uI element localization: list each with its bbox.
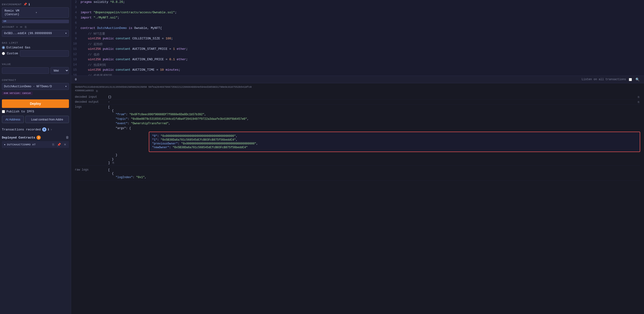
code-line-5: 5 import "./MyNFT.sol"; [71, 16, 644, 21]
decoded-output-copy-icon[interactable]: ⎘ [637, 100, 640, 104]
delete-all-contracts-icon[interactable]: 🗑 [66, 136, 69, 139]
logs-args-section: "args": { "0": "0x0000000000000000000000… [112, 126, 640, 157]
decoded-output-row: decoded output - ⎘ [75, 100, 640, 105]
environment-label: ENVIRONMENT [2, 3, 22, 6]
gas-limit-label: GAS LIMIT [2, 42, 69, 44]
value-label: VALUE [2, 63, 69, 66]
logs-brace-close: } [112, 157, 640, 161]
raw-logs-content: [ { "logIndex": "0x1", [108, 168, 640, 180]
evm-badge: evm version: cancun [2, 92, 33, 95]
log-hash-line1: 5b5b5f61316b8482850161313135565b91505092… [75, 86, 640, 89]
contract-select[interactable]: DutchAuctionDemo - NFTDemo/D ▾ [2, 83, 69, 90]
logs-copy-icon[interactable]: ⎘ [112, 161, 115, 164]
arg-0-line: "0": "0x00000000000000000000000000000000… [152, 134, 637, 138]
custom-gas-label[interactable]: Custom [7, 52, 18, 55]
logs-label: logs [75, 105, 106, 109]
arg-prev-key: "previousOwner" [152, 142, 178, 145]
value-row: 0 Wei Gwei Finney Ether [2, 67, 69, 74]
arg-new-key: "newOwner" [152, 146, 169, 149]
custom-gas-radio[interactable] [2, 52, 5, 55]
logs-open-bracket: [ [108, 105, 640, 109]
arg-prev-line: "previousOwner": "0x00000000000000000000… [152, 142, 637, 145]
code-line-16: 16 // 价格衰减时间 [71, 73, 644, 76]
account-add-icon[interactable]: + [16, 25, 18, 29]
event-val: "OwnershipTransferred" [131, 122, 168, 125]
decoded-output-value: - [108, 100, 634, 104]
environment-section-header: ENVIRONMENT 📌 ℹ [2, 2, 69, 7]
raw-logs-inner: { "logIndex": "0x1", [108, 172, 640, 180]
publish-ipfs-row: Publish to IPFS [2, 110, 69, 113]
search-icon[interactable]: 🔍 [635, 77, 640, 82]
logs-event-row: "event": "OwnershipTransferred", [112, 121, 640, 126]
estimated-gas-label[interactable]: Estimated Gas [6, 46, 30, 49]
log-index-key: "logIndex" [116, 176, 133, 179]
tx-chevron-icon[interactable]: › [50, 128, 52, 131]
logs-brace-open: { [112, 109, 640, 112]
environment-value: Remix VM (Cancun) [4, 9, 36, 16]
publish-ipfs-label[interactable]: Publish to IPFS [6, 110, 34, 113]
instance-close-icon[interactable]: ✕ [63, 143, 67, 147]
value-unit-select[interactable]: Wei Gwei Finney Ether [50, 67, 69, 74]
environment-select[interactable]: Remix VM (Cancun) ▾ [2, 7, 69, 18]
code-editor: 2 pragma solidity ^0.8.26; 3 4 import "@… [71, 0, 644, 76]
logs-close-bracket: ] [108, 161, 110, 165]
arg-1-val: "0x5B38Da6a701c568545dCfcB03FcB875f56bed… [161, 138, 236, 142]
log-hash-line2: 4300081a0033 [75, 89, 94, 92]
load-contract-button[interactable]: Load contract from Addre [25, 116, 69, 123]
at-address-button[interactable]: At Address [2, 116, 24, 123]
custom-gas-input[interactable]: 3000000 [20, 50, 69, 57]
raw-logs-bracket: [ [108, 168, 640, 172]
code-line-9: 9 uint256 public constant COLLECTION_SIZ… [71, 37, 644, 42]
instance-copy-icon[interactable]: ⎘ [52, 143, 55, 147]
environment-pin-icon[interactable]: 📌 [23, 2, 28, 7]
contract-value: DutchAuctionDemo - NFTDemo/D [4, 85, 52, 88]
publish-ipfs-checkbox[interactable] [2, 110, 5, 113]
arg-1-key: "1" [152, 138, 157, 142]
arg-prev-val: "0x0000000000000000000000000000000000000… [181, 142, 256, 145]
arg-1-line: "1": "0x5B38Da6a701c568545dCfcB03FcB875f… [152, 138, 637, 142]
topic-key: "topic" [116, 117, 128, 121]
logs-topic-row: "topic": "0x8be0079c531659141344cd1fd0a4… [112, 117, 640, 121]
arg-0-val: "0x0000000000000000000000000000000000000… [161, 134, 236, 138]
account-select[interactable]: 0x5B3...eddC4 (99.9999999999 ▾ [2, 30, 69, 37]
tx-count-badge: 3 [42, 127, 46, 132]
code-line-4: 4 import "@openzeppelin/contracts/access… [71, 11, 644, 16]
deploy-button[interactable]: Deploy [2, 99, 69, 108]
from-val: "0x0Ffc8eec096f90088Df7f0888e6Da0Dc1b57b… [129, 113, 204, 116]
contract-label: CONTRACT [2, 79, 69, 82]
contract-instance-row: ▾ DUTCHAUCTIONMO AT ⎘ 📌 ✕ [2, 141, 69, 148]
hash-copy-icon[interactable]: ⎘ [96, 89, 98, 93]
code-line-13: 13 uint256 public constant AUCTION_END_P… [71, 57, 644, 63]
deployed-count-badge: 1 [36, 135, 41, 140]
deployed-contracts-header: Deployed Contracts 1 🗑 [2, 135, 69, 140]
log-count: 0 [75, 78, 77, 81]
topic-val: "0x8be0079c531659141344cd1fd0a4f28419497… [131, 117, 247, 121]
contract-chevron-icon: ▾ [65, 85, 67, 88]
args-label: "args" [116, 127, 126, 130]
code-line-8: 8 // NFT总量 [71, 31, 644, 37]
account-edit-icon[interactable]: ✏ [20, 25, 23, 29]
code-line-10: 10 // 起拍价 [71, 42, 644, 47]
vm-badge: VM [2, 20, 69, 23]
listen-transactions-checkbox[interactable] [629, 78, 632, 81]
expand-icon[interactable]: ▾ [4, 143, 6, 147]
value-input[interactable]: 0 [2, 67, 49, 74]
tx-info-icon[interactable]: ℹ [48, 128, 49, 131]
value-section: VALUE 0 Wei Gwei Finney Ether [2, 61, 69, 74]
logs-row: logs [ { "from": "0x0Ffc8eec096f90088Df7… [75, 105, 640, 166]
account-copy-icon[interactable]: ⎘ [24, 25, 27, 29]
listen-all-transactions-label: Listen on all transactions [582, 78, 626, 81]
environment-info-icon[interactable]: ℹ [29, 3, 30, 7]
deployed-contracts-section: Deployed Contracts 1 🗑 ▾ DUTCHAUCTIONMO … [2, 135, 69, 148]
raw-logs-row: raw logs [ { "logIndex": "0x1", [75, 167, 640, 181]
deployed-contracts-label: Deployed Contracts [2, 136, 35, 139]
arg-new-line: "newOwner": "0x5B38Da6a701c568545dCfcB03… [152, 146, 637, 149]
logs-from-row: "from": "0x0Ffc8eec096f90088Df7f0888e6Da… [112, 112, 640, 117]
estimated-gas-radio[interactable] [2, 46, 5, 49]
gas-limit-section: GAS LIMIT Estimated Gas Custom 3000000 [2, 39, 69, 59]
chevron-down-icon: ▾ [36, 11, 66, 15]
decoded-input-copy-icon[interactable]: ⎘ [637, 95, 640, 99]
code-line-15: 15 uint256 public constant AUCTION_TIME … [71, 68, 644, 73]
left-panel: ENVIRONMENT 📌 ℹ Remix VM (Cancun) ▾ VM A… [0, 0, 71, 314]
instance-pin-icon[interactable]: 📌 [56, 143, 62, 147]
